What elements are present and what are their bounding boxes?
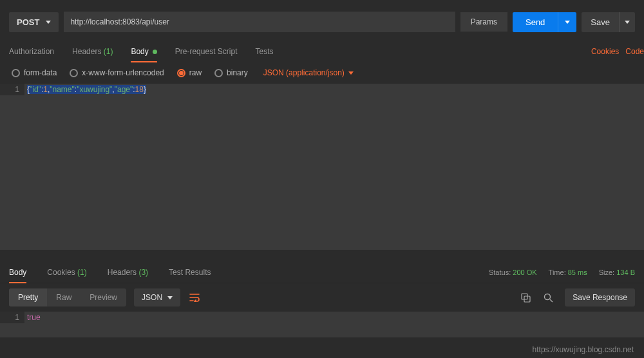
tab-body-label: Body	[131, 47, 148, 56]
divider	[0, 250, 644, 261]
chevron-down-icon	[565, 21, 570, 24]
tab-prerequest[interactable]: Pre-request Script	[175, 41, 238, 62]
res-tab-body[interactable]: Body	[9, 261, 26, 283]
response-tabs: Body Cookies (1) Headers (3) Test Result…	[0, 261, 644, 283]
time-block: Time: 85 ms	[549, 268, 587, 276]
wrap-icon[interactable]	[189, 293, 201, 302]
editor-line: 1 true	[0, 312, 644, 323]
cookies-link[interactable]: Cookies	[591, 47, 619, 56]
tab-headers-label: Headers	[72, 47, 101, 56]
radio-form-data-label: form-data	[24, 68, 57, 77]
time-value: 85 ms	[568, 268, 587, 276]
radio-binary-label: binary	[227, 68, 248, 77]
send-button[interactable]: Send	[513, 12, 576, 32]
chevron-down-icon	[348, 71, 354, 75]
res-tab-headers[interactable]: Headers (3)	[108, 261, 148, 283]
res-tab-headers-label: Headers	[108, 268, 137, 277]
response-status: Status: 200 OK Time: 85 ms Size: 134 B	[489, 268, 635, 276]
response-view-bar: Pretty Raw Preview JSON Save Response	[0, 283, 644, 312]
response-body-editor[interactable]: 1 true	[0, 312, 644, 337]
res-tab-cookies[interactable]: Cookies (1)	[47, 261, 86, 283]
body-indicator-icon	[153, 50, 157, 54]
response-format-select[interactable]: JSON	[134, 288, 180, 306]
response-format-label: JSON	[142, 293, 162, 302]
radio-icon	[214, 69, 223, 77]
method-label: POST	[17, 17, 39, 27]
time-label: Time:	[549, 268, 566, 276]
search-icon[interactable]	[538, 289, 558, 306]
code-link[interactable]: Code	[625, 47, 644, 56]
size-label: Size:	[599, 268, 614, 276]
res-cookies-count: (1)	[77, 268, 87, 277]
send-dropdown[interactable]	[558, 12, 576, 32]
save-dropdown[interactable]	[619, 12, 635, 32]
chevron-down-icon	[625, 21, 630, 24]
status-block: Status: 200 OK	[489, 268, 537, 276]
method-select[interactable]: POST	[9, 12, 59, 32]
watermark: https://xuwujing.blog.csdn.net	[533, 345, 634, 354]
status-value: 200 OK	[513, 268, 536, 276]
radio-urlencoded[interactable]: x-www-form-urlencoded	[70, 68, 164, 77]
svg-line-3	[550, 299, 553, 302]
res-tab-cookies-label: Cookies	[47, 268, 75, 277]
right-links: Cookies Code	[591, 47, 644, 56]
request-bar: POST Params Send Save	[0, 0, 644, 41]
params-button[interactable]: Params	[460, 12, 507, 32]
view-raw[interactable]: Raw	[47, 288, 80, 306]
radio-urlencoded-label: x-www-form-urlencoded	[82, 68, 164, 77]
radio-form-data[interactable]: form-data	[12, 68, 57, 77]
tab-body[interactable]: Body	[131, 41, 156, 62]
status-label: Status:	[489, 268, 511, 276]
content-type-select[interactable]: JSON (application/json)	[263, 68, 354, 77]
editor-line: 1 {"id":1,"name":"xuwujing","age":18}	[0, 84, 644, 95]
chevron-down-icon	[46, 21, 51, 24]
line-number: 1	[0, 312, 24, 323]
code-content: {"id":1,"name":"xuwujing","age":18}	[24, 84, 644, 95]
size-value: 134 B	[616, 268, 635, 276]
radio-icon	[12, 69, 20, 77]
content-type-label: JSON (application/json)	[263, 68, 345, 77]
request-tabs: Authorization Headers (1) Body Pre-reque…	[0, 41, 644, 62]
view-pretty[interactable]: Pretty	[9, 288, 47, 306]
headers-count: (1)	[104, 47, 113, 56]
res-headers-count: (3)	[138, 268, 148, 277]
tab-tests[interactable]: Tests	[255, 41, 273, 62]
size-block: Size: 134 B	[599, 268, 635, 276]
body-type-row: form-data x-www-form-urlencoded raw bina…	[0, 62, 644, 84]
send-label: Send	[513, 12, 558, 32]
copy-icon[interactable]	[516, 289, 536, 306]
save-label: Save	[582, 12, 619, 32]
tab-headers[interactable]: Headers (1)	[72, 41, 113, 62]
view-preview[interactable]: Preview	[80, 288, 126, 306]
line-number: 1	[0, 84, 24, 95]
svg-point-2	[545, 294, 551, 299]
code-content: true	[24, 312, 644, 323]
url-input[interactable]	[64, 12, 455, 32]
radio-icon	[70, 69, 78, 77]
radio-binary[interactable]: binary	[214, 68, 248, 77]
radio-raw[interactable]: raw	[177, 68, 202, 77]
radio-icon	[177, 69, 185, 77]
radio-raw-label: raw	[189, 68, 202, 77]
request-body-editor[interactable]: 1 {"id":1,"name":"xuwujing","age":18}	[0, 84, 644, 250]
save-response-button[interactable]: Save Response	[565, 288, 635, 306]
view-mode-segment: Pretty Raw Preview	[9, 288, 126, 306]
tab-authorization[interactable]: Authorization	[9, 41, 54, 62]
chevron-down-icon	[167, 296, 173, 299]
res-tab-testresults[interactable]: Test Results	[169, 261, 211, 283]
save-button[interactable]: Save	[582, 12, 635, 32]
response-value: true	[27, 313, 41, 322]
